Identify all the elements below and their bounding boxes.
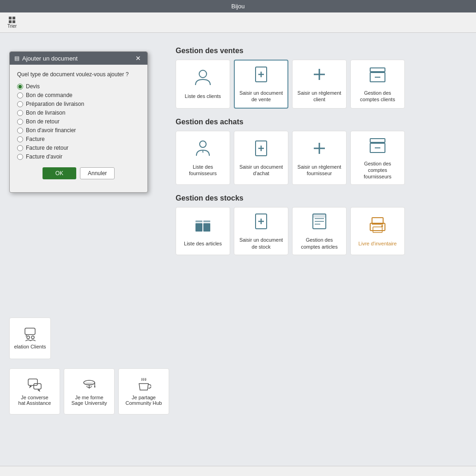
ajouter-document-dialog: ▤ Ajouter un document ✕ Quel type de doc… (9, 51, 148, 193)
radio-facture-retour[interactable]: Facture de retour (17, 145, 140, 151)
doc-plus-stock-icon (252, 212, 270, 233)
svg-rect-3 (12, 20, 15, 23)
je-converse-label: Je conversehat Assistance (18, 395, 51, 406)
svg-point-6 (27, 336, 30, 339)
liste-clients-label: Liste des clients (185, 93, 221, 99)
cancel-button[interactable]: Annuler (80, 167, 115, 179)
toolbar: Trier (0, 12, 476, 33)
saisir-doc-achat-card[interactable]: Saisir un document d'achat (234, 131, 288, 185)
radio-devis[interactable]: Devis (17, 83, 140, 90)
dialog-buttons: OK Annuler (17, 167, 140, 186)
saisir-doc-vente-label: Saisir un document de vente (238, 90, 284, 103)
je-converse-card[interactable]: Je conversehat Assistance (9, 368, 60, 415)
relation-clients-label: elation Clients (14, 344, 46, 349)
radio-bon-livraison[interactable]: Bon de livraison (17, 110, 140, 116)
gestion-comptes-articles-label: Gestion des comptes articles (296, 237, 342, 250)
graduation-icon (82, 377, 97, 392)
svg-point-25 (200, 141, 206, 147)
relation-clients-card[interactable]: elation Clients (9, 317, 51, 359)
chat-icon (27, 377, 42, 392)
radio-bon-commande[interactable]: Bon de commande (17, 92, 140, 98)
grid-icon (8, 16, 16, 24)
liste-fournisseurs-label: Liste des fournisseurs (180, 164, 226, 177)
stocks-card-grid: Liste des articles Saisir un document de… (176, 207, 467, 255)
radio-prep-livraison[interactable]: Préparation de livraison (17, 101, 140, 107)
ventes-section-header: Gestion des ventes (176, 47, 467, 55)
archive-fournisseurs-icon (368, 136, 387, 157)
plus-fournisseur-icon (310, 139, 329, 160)
gestion-comptes-clients-label: Gestion des comptes clients (354, 90, 401, 103)
doc-plus-achat-icon (252, 139, 270, 160)
dialog-question: Quel type de document voulez-vous ajoute… (17, 71, 140, 78)
gestion-comptes-fournisseurs-label: Gestion des comptes fournisseurs (354, 160, 401, 180)
main-area: ▤ Ajouter un document ✕ Quel type de doc… (0, 33, 476, 449)
radio-facture[interactable]: Facture (17, 136, 140, 142)
svg-rect-8 (28, 379, 37, 385)
svg-rect-35 (195, 223, 202, 232)
archive-clients-icon (368, 65, 387, 86)
livre-inventaire-card[interactable]: Livre d'inventaire (350, 207, 405, 255)
dialog-title-text: Ajouter un document (22, 55, 78, 62)
saisir-doc-achat-label: Saisir un document d'achat (238, 164, 284, 177)
gestion-comptes-clients-card[interactable]: Gestion des comptes clients (350, 60, 405, 109)
svg-point-15 (94, 386, 96, 388)
title-bar: Bijou (0, 0, 476, 12)
person-icon (194, 68, 212, 89)
achats-section-header: Gestion des achats (176, 118, 467, 126)
radio-facture-avoir[interactable]: Facture d'avoir (17, 153, 140, 160)
liste-clients-card[interactable]: Liste des clients (176, 60, 230, 109)
je-me-forme-card[interactable]: Je me formeSage University (64, 368, 115, 415)
saisir-doc-stock-label: Saisir un document de stock (238, 237, 284, 250)
je-partage-label: Je partageCommunity Hub (126, 395, 162, 406)
document-type-radio-group: Devis Bon de commande Préparation de liv… (17, 83, 140, 160)
right-sections: Gestion des ventes Liste des clients (176, 47, 476, 255)
saisir-reglement-client-card[interactable]: Saisir un règlement client (292, 60, 347, 109)
dialog-overlay: ▤ Ajouter un document ✕ Quel type de doc… (9, 51, 169, 415)
saisir-reglement-fournisseur-card[interactable]: Saisir un règlement fournisseur (292, 131, 347, 185)
dialog-close-button[interactable]: ✕ (134, 55, 143, 62)
svg-point-16 (199, 70, 207, 78)
saisir-doc-vente-card[interactable]: Saisir un document de vente (234, 60, 288, 109)
gestion-comptes-articles-card[interactable]: Gestion des comptes articles (292, 207, 347, 255)
svg-rect-1 (12, 17, 15, 19)
trier-label: Trier (7, 24, 17, 29)
svg-rect-4 (25, 328, 35, 335)
person-tie-icon (194, 139, 212, 160)
dialog-title-bar: ▤ Ajouter un document ✕ (10, 52, 147, 65)
svg-rect-36 (203, 223, 210, 232)
ok-button[interactable]: OK (43, 167, 76, 179)
ventes-card-grid: Liste des clients Saisir un document de … (176, 60, 467, 109)
people-icon (23, 327, 37, 341)
stocks-section-header: Gestion des stocks (176, 194, 467, 202)
doc-plus-vente-icon (252, 65, 270, 86)
svg-rect-38 (203, 220, 210, 222)
svg-rect-37 (195, 220, 202, 222)
liste-articles-label: Liste des articles (184, 240, 222, 247)
plus-client-icon (310, 65, 329, 86)
saisir-reglement-fournisseur-label: Saisir un règlement fournisseur (296, 164, 342, 177)
saisir-doc-stock-card[interactable]: Saisir un document de stock (234, 207, 288, 255)
je-partage-card[interactable]: Je partageCommunity Hub (118, 368, 169, 415)
radio-bon-retour[interactable]: Bon de retour (17, 118, 140, 125)
svg-marker-9 (29, 385, 32, 388)
achats-card-grid: Liste des fournisseurs Saisir un documen… (176, 131, 467, 185)
dialog-title-icon: ▤ (14, 55, 19, 61)
printer-icon (368, 216, 387, 237)
saisir-reglement-client-label: Saisir un règlement client (296, 90, 342, 103)
radio-bon-avoir[interactable]: Bon d'avoir financier (17, 127, 140, 134)
liste-fournisseurs-card[interactable]: Liste des fournisseurs (176, 131, 230, 185)
svg-rect-2 (9, 20, 12, 23)
je-me-forme-label: Je me formeSage University (71, 395, 107, 406)
svg-rect-49 (373, 227, 382, 232)
boxes-icon (194, 216, 212, 237)
svg-rect-46 (313, 214, 326, 218)
svg-rect-0 (9, 17, 12, 19)
svg-point-50 (381, 225, 383, 227)
dialog-body: Quel type de document voulez-vous ajoute… (10, 65, 147, 192)
svg-point-7 (31, 336, 34, 339)
liste-articles-card[interactable]: Liste des articles (176, 207, 230, 255)
svg-rect-32 (370, 139, 385, 142)
toolbar-grid-button[interactable]: Trier (5, 15, 19, 30)
list-doc-icon (310, 212, 329, 233)
gestion-comptes-fournisseurs-card[interactable]: Gestion des comptes fournisseurs (350, 131, 405, 185)
